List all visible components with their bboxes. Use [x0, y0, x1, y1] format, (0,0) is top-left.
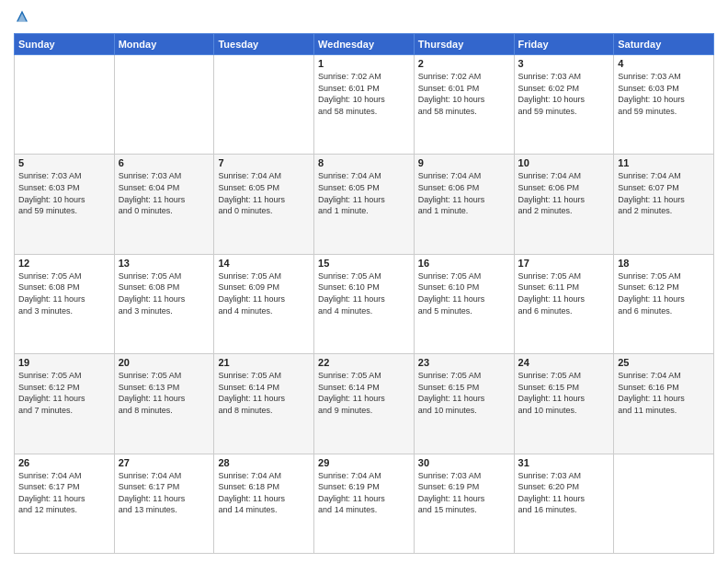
- logo: [14, 9, 34, 26]
- day-cell: 8Sunrise: 7:04 AM Sunset: 6:05 PM Daylig…: [314, 155, 415, 254]
- header-cell-friday: Friday: [514, 34, 614, 55]
- day-number: 15: [318, 258, 410, 269]
- day-cell: 31Sunrise: 7:03 AM Sunset: 6:20 PM Dayli…: [514, 454, 614, 553]
- day-cell: 2Sunrise: 7:02 AM Sunset: 6:01 PM Daylig…: [414, 55, 514, 155]
- day-number: 12: [18, 258, 110, 269]
- day-info: Sunrise: 7:04 AM Sunset: 6:17 PM Dayligh…: [119, 470, 210, 516]
- day-info: Sunrise: 7:05 AM Sunset: 6:11 PM Dayligh…: [518, 270, 610, 316]
- day-cell: 12Sunrise: 7:05 AM Sunset: 6:08 PM Dayli…: [15, 254, 115, 353]
- day-cell: 24Sunrise: 7:05 AM Sunset: 6:15 PM Dayli…: [514, 354, 614, 454]
- day-number: 5: [18, 157, 110, 168]
- day-cell: [114, 55, 214, 155]
- day-info: Sunrise: 7:03 AM Sunset: 6:20 PM Dayligh…: [518, 470, 610, 516]
- day-number: 24: [518, 357, 610, 368]
- day-info: Sunrise: 7:05 AM Sunset: 6:10 PM Dayligh…: [318, 270, 410, 316]
- day-cell: 16Sunrise: 7:05 AM Sunset: 6:10 PM Dayli…: [414, 254, 514, 353]
- header: [14, 9, 714, 26]
- header-row: SundayMondayTuesdayWednesdayThursdayFrid…: [15, 34, 714, 55]
- week-row-2: 12Sunrise: 7:05 AM Sunset: 6:08 PM Dayli…: [15, 254, 714, 353]
- day-info: Sunrise: 7:05 AM Sunset: 6:08 PM Dayligh…: [119, 270, 210, 316]
- day-info: Sunrise: 7:04 AM Sunset: 6:19 PM Dayligh…: [318, 470, 410, 516]
- day-cell: 19Sunrise: 7:05 AM Sunset: 6:12 PM Dayli…: [15, 354, 115, 454]
- day-info: Sunrise: 7:04 AM Sunset: 6:17 PM Dayligh…: [18, 470, 110, 516]
- day-cell: 25Sunrise: 7:04 AM Sunset: 6:16 PM Dayli…: [614, 354, 714, 454]
- header-cell-wednesday: Wednesday: [314, 34, 415, 55]
- day-number: 21: [218, 357, 310, 368]
- calendar-body: 1Sunrise: 7:02 AM Sunset: 6:01 PM Daylig…: [15, 55, 714, 554]
- calendar-table: SundayMondayTuesdayWednesdayThursdayFrid…: [14, 33, 714, 554]
- day-info: Sunrise: 7:05 AM Sunset: 6:08 PM Dayligh…: [18, 270, 110, 316]
- day-cell: 11Sunrise: 7:04 AM Sunset: 6:07 PM Dayli…: [614, 155, 714, 254]
- day-cell: 26Sunrise: 7:04 AM Sunset: 6:17 PM Dayli…: [15, 454, 115, 553]
- day-info: Sunrise: 7:04 AM Sunset: 6:18 PM Dayligh…: [218, 470, 310, 516]
- day-info: Sunrise: 7:05 AM Sunset: 6:14 PM Dayligh…: [218, 370, 310, 416]
- day-number: 18: [618, 258, 710, 269]
- day-cell: 5Sunrise: 7:03 AM Sunset: 6:03 PM Daylig…: [15, 155, 115, 254]
- header-cell-tuesday: Tuesday: [214, 34, 314, 55]
- day-number: 19: [18, 357, 110, 368]
- header-cell-thursday: Thursday: [414, 34, 514, 55]
- day-cell: 10Sunrise: 7:04 AM Sunset: 6:06 PM Dayli…: [514, 155, 614, 254]
- day-cell: 20Sunrise: 7:05 AM Sunset: 6:13 PM Dayli…: [114, 354, 214, 454]
- day-cell: 23Sunrise: 7:05 AM Sunset: 6:15 PM Dayli…: [414, 354, 514, 454]
- day-number: 30: [418, 457, 510, 468]
- day-cell: 30Sunrise: 7:03 AM Sunset: 6:19 PM Dayli…: [414, 454, 514, 553]
- day-info: Sunrise: 7:05 AM Sunset: 6:13 PM Dayligh…: [119, 370, 210, 416]
- day-cell: [214, 55, 314, 155]
- day-cell: 15Sunrise: 7:05 AM Sunset: 6:10 PM Dayli…: [314, 254, 415, 353]
- day-cell: 1Sunrise: 7:02 AM Sunset: 6:01 PM Daylig…: [314, 55, 415, 155]
- day-info: Sunrise: 7:04 AM Sunset: 6:05 PM Dayligh…: [318, 170, 410, 216]
- day-number: 7: [218, 157, 310, 168]
- day-cell: 21Sunrise: 7:05 AM Sunset: 6:14 PM Dayli…: [214, 354, 314, 454]
- week-row-0: 1Sunrise: 7:02 AM Sunset: 6:01 PM Daylig…: [15, 55, 714, 155]
- day-info: Sunrise: 7:05 AM Sunset: 6:10 PM Dayligh…: [418, 270, 510, 316]
- day-number: 14: [218, 258, 310, 269]
- day-cell: 17Sunrise: 7:05 AM Sunset: 6:11 PM Dayli…: [514, 254, 614, 353]
- day-info: Sunrise: 7:03 AM Sunset: 6:03 PM Dayligh…: [618, 71, 710, 117]
- day-cell: 29Sunrise: 7:04 AM Sunset: 6:19 PM Dayli…: [314, 454, 415, 553]
- day-number: 25: [618, 357, 710, 368]
- day-info: Sunrise: 7:02 AM Sunset: 6:01 PM Dayligh…: [418, 71, 510, 117]
- day-number: 10: [518, 157, 610, 168]
- day-info: Sunrise: 7:04 AM Sunset: 6:05 PM Dayligh…: [218, 170, 310, 216]
- day-number: 4: [618, 58, 710, 69]
- header-cell-sunday: Sunday: [15, 34, 115, 55]
- day-cell: 3Sunrise: 7:03 AM Sunset: 6:02 PM Daylig…: [514, 55, 614, 155]
- day-info: Sunrise: 7:05 AM Sunset: 6:15 PM Dayligh…: [418, 370, 510, 416]
- day-number: 20: [119, 357, 210, 368]
- day-cell: 22Sunrise: 7:05 AM Sunset: 6:14 PM Dayli…: [314, 354, 415, 454]
- day-number: 16: [418, 258, 510, 269]
- day-info: Sunrise: 7:04 AM Sunset: 6:06 PM Dayligh…: [518, 170, 610, 216]
- day-info: Sunrise: 7:04 AM Sunset: 6:06 PM Dayligh…: [418, 170, 510, 216]
- day-number: 1: [318, 58, 410, 69]
- day-number: 11: [618, 157, 710, 168]
- day-cell: 28Sunrise: 7:04 AM Sunset: 6:18 PM Dayli…: [214, 454, 314, 553]
- day-cell: 14Sunrise: 7:05 AM Sunset: 6:09 PM Dayli…: [214, 254, 314, 353]
- day-cell: 18Sunrise: 7:05 AM Sunset: 6:12 PM Dayli…: [614, 254, 714, 353]
- day-info: Sunrise: 7:05 AM Sunset: 6:12 PM Dayligh…: [18, 370, 110, 416]
- day-number: 9: [418, 157, 510, 168]
- day-info: Sunrise: 7:05 AM Sunset: 6:14 PM Dayligh…: [318, 370, 410, 416]
- day-number: 8: [318, 157, 410, 168]
- header-cell-saturday: Saturday: [614, 34, 714, 55]
- week-row-1: 5Sunrise: 7:03 AM Sunset: 6:03 PM Daylig…: [15, 155, 714, 254]
- day-number: 23: [418, 357, 510, 368]
- day-number: 17: [518, 258, 610, 269]
- week-row-3: 19Sunrise: 7:05 AM Sunset: 6:12 PM Dayli…: [15, 354, 714, 454]
- day-number: 26: [18, 457, 110, 468]
- day-info: Sunrise: 7:03 AM Sunset: 6:04 PM Dayligh…: [119, 170, 210, 216]
- day-number: 6: [119, 157, 210, 168]
- week-row-4: 26Sunrise: 7:04 AM Sunset: 6:17 PM Dayli…: [15, 454, 714, 553]
- day-cell: 27Sunrise: 7:04 AM Sunset: 6:17 PM Dayli…: [114, 454, 214, 553]
- day-cell: 6Sunrise: 7:03 AM Sunset: 6:04 PM Daylig…: [114, 155, 214, 254]
- logo-icon: [14, 9, 30, 26]
- day-cell: [614, 454, 714, 553]
- header-cell-monday: Monday: [114, 34, 214, 55]
- day-cell: 13Sunrise: 7:05 AM Sunset: 6:08 PM Dayli…: [114, 254, 214, 353]
- day-number: 22: [318, 357, 410, 368]
- day-cell: [15, 55, 115, 155]
- day-info: Sunrise: 7:03 AM Sunset: 6:02 PM Dayligh…: [518, 71, 610, 117]
- day-cell: 4Sunrise: 7:03 AM Sunset: 6:03 PM Daylig…: [614, 55, 714, 155]
- day-number: 28: [218, 457, 310, 468]
- day-number: 13: [119, 258, 210, 269]
